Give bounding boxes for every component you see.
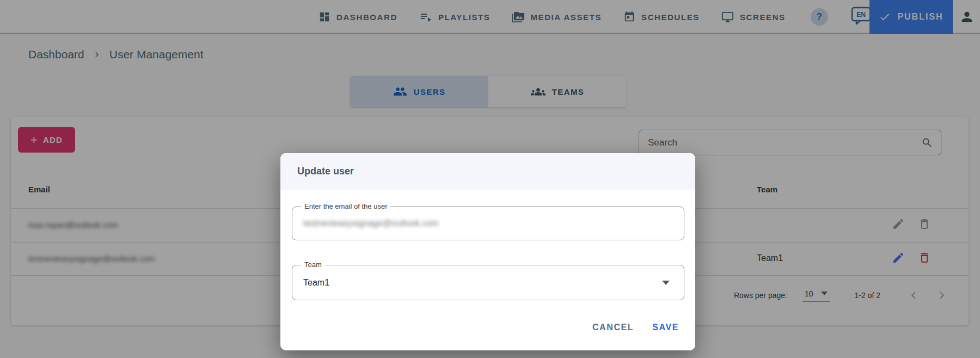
team-select-value: Team1 xyxy=(303,278,329,288)
email-field-value: testnexteasysignage@outlook.com xyxy=(303,219,438,228)
dialog-title: Update user xyxy=(297,166,354,177)
dialog-actions: CANCEL SAVE xyxy=(592,323,679,332)
dialog-header: Update user xyxy=(280,153,695,190)
update-user-dialog: Update user Enter the email of the user … xyxy=(280,153,695,350)
email-field[interactable]: Enter the email of the user testnexteasy… xyxy=(292,207,684,240)
team-select-label: Team xyxy=(301,260,325,269)
caret-down-icon xyxy=(662,281,670,285)
team-select[interactable]: Team Team1 xyxy=(292,265,684,300)
app-root: DASHBOARD PLAYLISTS MEDIA ASSETS SCHEDUL… xyxy=(0,0,980,358)
save-button[interactable]: SAVE xyxy=(652,323,679,332)
cancel-button[interactable]: CANCEL xyxy=(592,323,634,332)
email-field-label: Enter the email of the user xyxy=(301,202,390,210)
